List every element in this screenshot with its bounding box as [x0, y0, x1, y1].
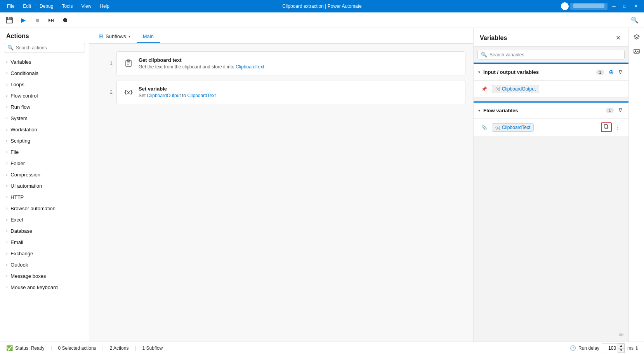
title-bar-menu[interactable]: File Edit Debug Tools View Help	[3, 2, 113, 10]
action-item-excel[interactable]: › Excel	[0, 214, 89, 225]
main-tab[interactable]: Main	[137, 30, 160, 43]
user-area[interactable]	[561, 2, 608, 10]
run-delay-control[interactable]: ▲ ▼	[602, 343, 625, 353]
action-item-message-boxes[interactable]: › Message boxes	[0, 270, 89, 282]
chevron-icon: ›	[6, 150, 7, 154]
filter-flow-variables-button[interactable]: ⊽	[617, 106, 624, 114]
status-ready: ✅ Status: Ready	[6, 345, 44, 351]
clipboard-text-badge: {x} ClipboardText	[492, 123, 534, 132]
chevron-icon: ›	[6, 184, 7, 188]
menu-debug[interactable]: Debug	[36, 2, 57, 10]
flow-variables-header[interactable]: ▾ Flow variables 1 ⊽	[474, 101, 628, 119]
clipboard-text-actions: ⋮	[601, 122, 622, 132]
step-2-title: Set variable	[139, 86, 459, 92]
subflows-chevron: ▾	[128, 34, 130, 38]
menu-help[interactable]: Help	[96, 2, 113, 10]
save-button[interactable]: 💾	[3, 14, 16, 26]
input-output-header[interactable]: ▾ Input / output variables 1 ⊕ ⊽	[474, 64, 628, 81]
chevron-icon: ›	[6, 94, 7, 98]
action-item-exchange[interactable]: › Exchange	[0, 248, 89, 259]
canvas-search-button[interactable]: 🔍	[628, 14, 641, 26]
maximize-button[interactable]: □	[620, 2, 629, 10]
action-label: Mouse and keyboard	[10, 284, 57, 290]
right-image-button[interactable]	[630, 45, 643, 58]
run-delay-decrement[interactable]: ▼	[618, 348, 625, 353]
action-label: Conditionals	[10, 70, 38, 76]
subflows-text: 1 Subflow	[142, 345, 163, 351]
actions-search-input[interactable]	[16, 45, 82, 51]
step-1[interactable]: Get clipboard text Get the text from the…	[116, 51, 465, 75]
action-item-run-flow[interactable]: › Run flow	[0, 101, 89, 113]
subflows-dropdown[interactable]: ⊞ Subflows ▾	[94, 30, 135, 43]
pin-clipboard-output-button[interactable]: 📌	[480, 85, 489, 92]
action-item-browser-automation[interactable]: › Browser automation	[0, 203, 89, 214]
action-item-email[interactable]: › Email	[0, 237, 89, 248]
action-item-workstation[interactable]: › Workstation	[0, 124, 89, 135]
menu-file[interactable]: File	[3, 2, 18, 10]
action-item-folder[interactable]: › Folder	[0, 158, 89, 169]
run-delay-increment[interactable]: ▲	[618, 344, 625, 348]
run-button[interactable]: ▶	[17, 14, 30, 26]
action-item-system[interactable]: › System	[0, 113, 89, 124]
variables-title: Variables	[480, 35, 507, 42]
run-delay-input[interactable]	[602, 345, 618, 352]
ms-label: ms	[627, 345, 634, 351]
input-output-count: 1	[596, 70, 604, 75]
pin-clipboard-text-button[interactable]: 📎	[480, 124, 489, 131]
chevron-icon: ›	[6, 218, 7, 222]
variables-spacer	[474, 136, 628, 328]
action-item-loops[interactable]: › Loops	[0, 79, 89, 90]
add-input-output-variable-button[interactable]: ⊕	[607, 68, 615, 77]
variables-search-input[interactable]	[490, 52, 621, 58]
variables-header: Variables ✕	[474, 28, 628, 47]
stop-button[interactable]: ■	[31, 14, 43, 26]
action-item-outlook[interactable]: › Outlook	[0, 259, 89, 270]
action-item-file[interactable]: › File	[0, 146, 89, 158]
clipboard-output-label: ClipboardOutput	[502, 86, 536, 92]
clipboard-text-copy-button[interactable]	[601, 122, 612, 132]
action-item-variables[interactable]: › Variables	[0, 56, 89, 68]
step-2-icon: {x}	[123, 87, 134, 98]
close-button[interactable]: ✕	[631, 2, 641, 10]
total-actions-text: 2 Actions	[110, 345, 129, 351]
record-button[interactable]: ⏺	[59, 14, 71, 26]
actions-panel-title: Actions	[0, 28, 89, 43]
right-layers-button[interactable]	[630, 31, 643, 44]
menu-edit[interactable]: Edit	[19, 2, 35, 10]
step-2-content: Set variable Set ClipboardOutput to Clip…	[139, 86, 459, 98]
action-item-scripting[interactable]: › Scripting	[0, 135, 89, 146]
action-label: Compression	[10, 172, 40, 178]
action-item-conditionals[interactable]: › Conditionals	[0, 68, 89, 79]
clipboard-text-variable: 📎 {x} ClipboardText ⋮	[474, 119, 628, 136]
action-item-mouse-keyboard[interactable]: › Mouse and keyboard	[0, 282, 89, 293]
steps-wrapper: 1 Get clipboard text	[97, 51, 465, 104]
step-2[interactable]: {x} Set variable Set ClipboardOutput to	[116, 80, 465, 104]
action-item-compression[interactable]: › Compression	[0, 169, 89, 180]
title-bar-controls: ─ □ ✕	[561, 2, 641, 10]
run-delay-label: Run delay	[578, 345, 599, 351]
clipboard-text-more-button[interactable]: ⋮	[613, 122, 622, 132]
variables-close-button[interactable]: ✕	[614, 33, 622, 43]
action-label: Database	[10, 228, 32, 234]
erase-button[interactable]: ✏	[619, 331, 624, 338]
action-label: Folder	[10, 160, 25, 166]
action-label: Workstation	[10, 127, 37, 133]
chevron-icon: ›	[6, 116, 7, 120]
variables-search-box[interactable]: 🔍	[477, 50, 625, 59]
action-item-ui-automation[interactable]: › UI automation	[0, 180, 89, 192]
info-icon[interactable]: ℹ	[636, 345, 638, 351]
action-item-database[interactable]: › Database	[0, 225, 89, 237]
menu-view[interactable]: View	[77, 2, 95, 10]
chevron-icon: ›	[6, 206, 7, 211]
menu-tools[interactable]: Tools	[58, 2, 76, 10]
actions-search-box[interactable]: 🔍	[4, 43, 85, 52]
action-item-flow-control[interactable]: › Flow control	[0, 90, 89, 101]
next-step-button[interactable]: ⏭	[45, 14, 57, 26]
minimize-button[interactable]: ─	[609, 2, 619, 10]
clipboard-output-variable: 📌 {x} ClipboardOutput	[474, 81, 628, 98]
chevron-icon: ›	[6, 251, 7, 256]
action-label: HTTP	[10, 194, 24, 200]
chevron-icon: ›	[6, 195, 7, 199]
action-item-http[interactable]: › HTTP	[0, 192, 89, 203]
filter-input-output-button[interactable]: ⊽	[617, 68, 624, 76]
